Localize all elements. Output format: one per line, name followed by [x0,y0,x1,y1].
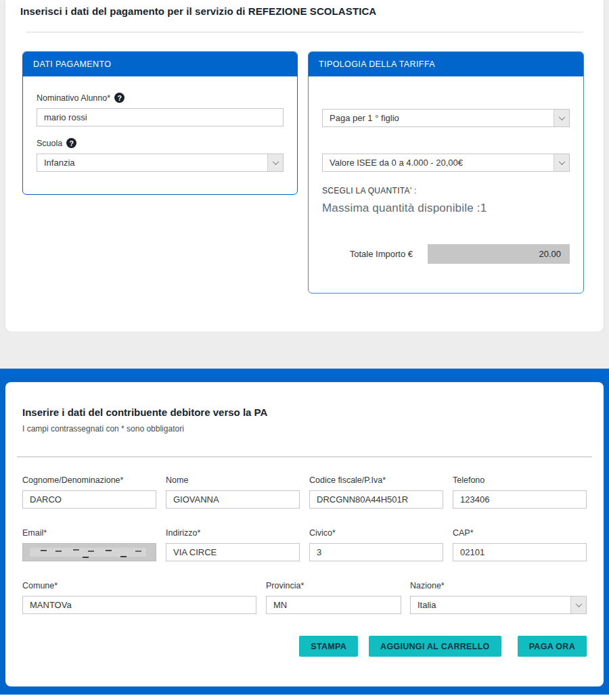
actions-row: STAMPA AGGIUNGI AL CARRELLO PAGA ORA [17,636,592,657]
indirizzo-field-block: Indirizzo* [166,528,300,561]
cognome-label: Cognome/Denominazione* [22,475,156,485]
civico-input[interactable] [309,543,443,561]
provincia-label: Provincia* [266,581,401,590]
nome-label: Nome [166,475,300,485]
total-amount-label: Totale Importo € [350,249,413,259]
debtor-section: Inserire i dati del contribuente debitor… [0,369,609,695]
total-row: Totale Importo € 20.00 [322,244,570,264]
tipologia-tariffa-panel: TIPOLOGIA DELLA TARIFFA Paga per 1 ° fig… [308,51,584,294]
comune-label: Comune* [22,581,256,590]
debtor-form-row3: Comune* Provincia* Nazione* Italia [17,581,592,614]
scuola-select[interactable]: Infanzia [37,154,284,172]
total-amount-value: 20.00 [428,244,570,264]
telefono-label: Telefono [453,475,587,485]
help-icon[interactable]: ? [114,93,125,103]
cap-field-block: CAP* [453,528,587,561]
nome-field-block: Nome [166,475,300,509]
provincia-input[interactable] [266,596,401,614]
tipologia-tariffa-header: TIPOLOGIA DELLA TARIFFA [309,52,583,76]
cognome-input[interactable] [22,490,156,509]
email-field-block: Email* [22,528,156,561]
nome-input[interactable] [166,490,300,509]
page-title: Inserisci i dati del pagamento per il se… [20,5,589,17]
max-quantity-text: Massima quantità disponibile :1 [322,202,570,215]
page: Inserisci i dati del pagamento per il se… [0,0,609,700]
codice-fiscale-input[interactable] [309,490,443,509]
panels-row: DATI PAGAMENTO Nominativo Alunno* ? Scuo… [22,51,587,294]
aggiungi-al-carrello-button[interactable]: AGGIUNGI AL CARRELLO [369,636,501,657]
cap-label: CAP* [453,528,587,538]
debtor-form-grid: Cognome/Denominazione* Nome Codice fisca… [17,475,592,561]
paga-ora-button[interactable]: PAGA ORA [518,636,587,657]
required-fields-note: I campi contrassegnati con * sono obblig… [22,424,592,434]
comune-field-block: Comune* [22,581,256,614]
quantity-label: SCEGLI LA QUANTITA' : [322,186,570,195]
stampa-button[interactable]: STAMPA [299,636,358,657]
telefono-field-block: Telefono [453,475,587,509]
provincia-field-block: Provincia* [266,581,401,614]
payment-data-card: Inserisci i dati del pagamento per il se… [5,0,604,331]
debtor-divider [17,457,592,457]
indirizzo-input[interactable] [166,543,300,561]
debtor-card: Inserire i dati del contribuente debitor… [5,382,604,686]
isee-select[interactable]: Valore ISEE da 0 a 4.000 - 20,00€ [322,154,570,172]
section-gap [0,331,609,369]
dati-pagamento-panel: DATI PAGAMENTO Nominativo Alunno* ? Scuo… [22,51,298,195]
indirizzo-label: Indirizzo* [166,528,300,538]
nominativo-alunno-input[interactable] [37,108,284,126]
civico-label: Civico* [309,528,443,538]
help-icon[interactable]: ? [66,138,76,148]
email-label: Email* [22,528,156,538]
email-field-redacted[interactable] [22,543,156,561]
cognome-field-block: Cognome/Denominazione* [22,475,156,509]
nominativo-alunno-label: Nominativo Alunno* ? [37,93,284,103]
bottom-strip [0,695,609,700]
nazione-label: Nazione* [410,581,587,590]
comune-input[interactable] [22,596,256,614]
telefono-input[interactable] [453,490,587,509]
civico-field-block: Civico* [309,528,443,561]
title-divider [26,32,583,32]
nazione-field-block: Nazione* Italia [410,581,587,614]
cap-input[interactable] [453,543,587,561]
scuola-label: Scuola ? [37,138,284,148]
dati-pagamento-header: DATI PAGAMENTO [23,52,297,76]
codice-fiscale-label: Codice fiscale/P.Iva* [309,475,443,485]
debtor-title: Inserire i dati del contribuente debitor… [22,406,592,418]
codice-fiscale-field-block: Codice fiscale/P.Iva* [309,475,443,509]
figlio-select[interactable]: Paga per 1 ° figlio [322,109,570,127]
nazione-select[interactable]: Italia [410,596,587,614]
